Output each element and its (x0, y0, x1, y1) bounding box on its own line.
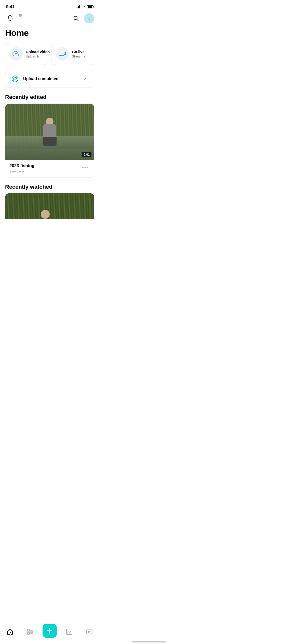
notification-button[interactable] (5, 13, 15, 23)
status-time: 9:41 (6, 4, 15, 9)
banner-close-button[interactable]: × (82, 75, 89, 82)
svg-point-5 (88, 18, 89, 18)
header-actions (71, 13, 94, 23)
rw-head (41, 210, 50, 219)
wifi-icon (81, 5, 85, 8)
video-card[interactable]: 0:01 2023 fishing 3 min ago ••• (5, 104, 94, 178)
page-title: Home (5, 28, 94, 38)
figure (41, 118, 59, 146)
go-live-text: Go live Stream a (72, 50, 85, 58)
duration-badge: 0:01 (82, 152, 91, 157)
page-title-section: Home (0, 26, 99, 43)
video-title: 2023 fishing (9, 163, 81, 168)
search-button[interactable] (71, 13, 81, 23)
more-options-button[interactable]: ••• (81, 163, 90, 172)
video-time: 3 min ago (9, 169, 81, 173)
upload-banner: Upload completed × (5, 70, 94, 88)
header (0, 12, 99, 26)
signal-icon (76, 5, 80, 8)
video-thumbnail: 0:01 (5, 104, 94, 160)
upload-icon-wrap (9, 47, 23, 61)
figure-waders (43, 137, 57, 146)
live-icon (59, 51, 66, 57)
video-info: 2023 fishing 3 min ago ••• (5, 160, 94, 177)
svg-point-4 (86, 15, 92, 22)
banner-text: Upload completed (23, 77, 59, 81)
recently-edited-header: Recently edited (0, 88, 99, 104)
svg-point-6 (90, 18, 90, 18)
status-icons (76, 5, 93, 8)
status-bar: 9:41 (0, 0, 99, 12)
action-cards: Upload video Upload from your device Go … (0, 43, 99, 65)
upload-video-card[interactable]: Upload video Upload from your device (5, 43, 48, 65)
upload-icon (12, 50, 20, 57)
avatar-button[interactable] (84, 13, 94, 23)
thumbnail-scene (5, 104, 94, 160)
video-meta: 2023 fishing 3 min ago (9, 163, 81, 173)
recently-watched-card[interactable] (5, 193, 94, 219)
upload-video-text: Upload video Upload from your device (26, 50, 44, 58)
recently-edited-title: Recently edited (5, 94, 94, 100)
recently-watched-title: Recently watched (5, 184, 94, 190)
upload-video-subtitle: Upload from your device (26, 54, 44, 58)
battery-icon (87, 5, 93, 8)
live-icon-wrap (56, 47, 69, 61)
go-live-subtitle: Stream a (72, 54, 85, 58)
banner-left: Upload completed (10, 74, 59, 83)
upload-complete-icon (10, 74, 20, 83)
svg-rect-7 (59, 52, 64, 55)
go-live-card[interactable]: Go live Stream a (51, 43, 94, 65)
recently-watched-header: Recently watched (0, 178, 99, 193)
rw-figure (39, 206, 51, 219)
go-live-title: Go live (72, 50, 85, 54)
upload-video-title: Upload video (26, 50, 44, 54)
rw-thumb-bg (5, 193, 94, 219)
figure-body (43, 124, 56, 138)
notification-dot (19, 14, 22, 17)
